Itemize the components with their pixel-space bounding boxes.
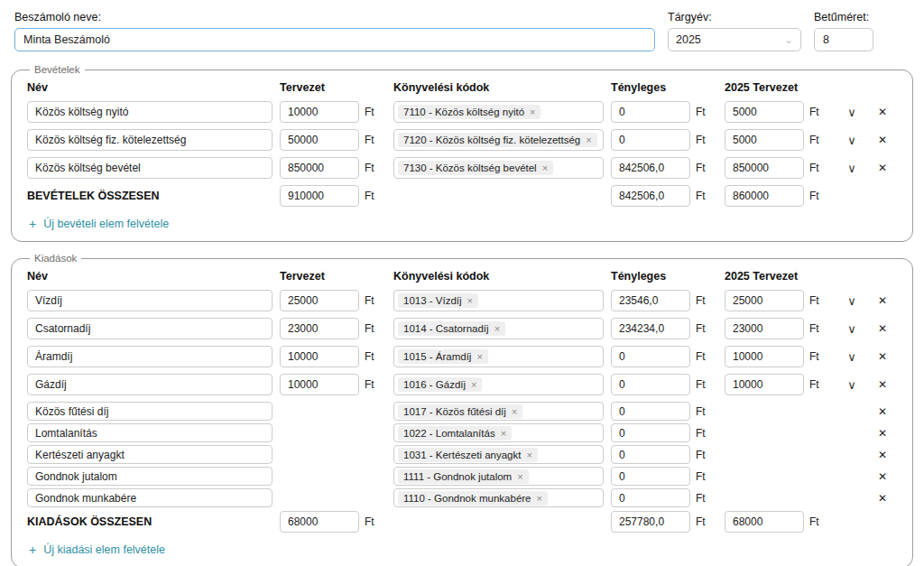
planned-input[interactable] (280, 346, 359, 367)
table-row: 1110 - Gondnok munkabére × Ft ✕ (27, 488, 897, 507)
table-row: Ft 7120 - Közös költség fiz. kötelezetts… (27, 129, 897, 151)
actual-input[interactable] (611, 445, 690, 464)
next-planned-input[interactable] (725, 374, 804, 395)
planned-input[interactable] (280, 318, 359, 339)
codes-multiselect[interactable]: 1017 - Közös fűtési díj × (393, 402, 604, 421)
next-planned-cell: Ft (725, 101, 831, 123)
actual-input[interactable] (611, 402, 690, 421)
remove-code-icon[interactable]: × (494, 323, 500, 334)
planned-input[interactable] (280, 290, 359, 311)
chevron-down-icon[interactable]: ∨ (838, 294, 865, 308)
remove-row-icon[interactable]: ✕ (873, 492, 892, 505)
chevron-down-icon[interactable]: ∨ (838, 322, 865, 336)
codes-multiselect[interactable]: 7120 - Közös költség fiz. kötelezettség … (393, 129, 604, 151)
actual-input[interactable] (611, 318, 690, 339)
actual-input[interactable] (611, 101, 690, 123)
next-planned-input[interactable] (725, 101, 804, 123)
codes-multiselect[interactable]: 7130 - Közös költség bevétel × (393, 157, 604, 179)
codes-multiselect[interactable]: 1014 - Csatornadíj × (393, 318, 604, 339)
remove-row-icon[interactable]: ✕ (873, 294, 892, 307)
remove-row-icon[interactable]: ✕ (873, 350, 892, 363)
next-planned-total-input[interactable] (725, 185, 804, 207)
codes-multiselect[interactable]: 1016 - Gázdíj × (393, 374, 604, 395)
actual-input[interactable] (611, 488, 690, 507)
remove-code-icon[interactable]: × (517, 471, 522, 482)
actual-input[interactable] (611, 290, 690, 311)
actual-cell: Ft (611, 346, 717, 367)
next-planned-input[interactable] (725, 290, 804, 311)
actual-input[interactable] (611, 467, 690, 486)
chevron-down-icon[interactable]: ∨ (838, 378, 865, 392)
codes-multiselect[interactable]: 1031 - Kertészeti anyagkt × (393, 445, 604, 464)
actual-total-input[interactable] (611, 511, 690, 533)
planned-total-input[interactable] (280, 511, 359, 533)
remove-row-icon[interactable]: ✕ (873, 427, 892, 440)
remove-row-icon[interactable]: ✕ (873, 378, 892, 391)
font-size-input[interactable] (814, 28, 873, 51)
planned-input[interactable] (280, 101, 359, 123)
remove-code-icon[interactable]: × (501, 428, 506, 439)
next-planned-input[interactable] (725, 346, 804, 367)
remove-code-icon[interactable]: × (471, 379, 476, 390)
codes-multiselect[interactable]: 1110 - Gondnok munkabére × (393, 488, 604, 507)
add-revenue-row-button[interactable]: + Új bevételi elem felvétele (29, 217, 169, 231)
codes-multiselect[interactable]: 1015 - Áramdíj × (393, 346, 604, 367)
report-name-input[interactable] (14, 28, 655, 51)
chevron-down-icon[interactable]: ∨ (838, 106, 865, 119)
planned-cell: Ft (280, 101, 386, 123)
totals-row: KIADÁSOK ÖSSZESEN Ft Ft Ft (27, 511, 897, 533)
row-name-input[interactable] (27, 129, 273, 151)
actual-input[interactable] (611, 157, 690, 179)
next-planned-total-input[interactable] (725, 511, 804, 533)
row-name-input[interactable] (27, 402, 273, 421)
remove-row-icon[interactable]: ✕ (873, 134, 892, 146)
planned-input[interactable] (280, 374, 359, 395)
remove-row-icon[interactable]: ✕ (873, 405, 892, 418)
code-tag: 1014 - Csatornadíj × (398, 321, 505, 336)
remove-code-icon[interactable]: × (467, 295, 473, 306)
remove-code-icon[interactable]: × (512, 406, 517, 417)
add-expense-row-button[interactable]: + Új kiadási elem felvétele (29, 543, 165, 557)
row-name-input[interactable] (27, 445, 273, 464)
remove-row-icon[interactable]: ✕ (873, 470, 892, 483)
row-name-input[interactable] (27, 318, 273, 339)
chevron-down-icon[interactable]: ∨ (838, 350, 865, 364)
actual-input[interactable] (611, 346, 690, 367)
remove-row-icon[interactable]: ✕ (873, 106, 892, 118)
codes-multiselect[interactable]: 1022 - Lomtalanítás × (393, 423, 604, 442)
remove-code-icon[interactable]: × (542, 162, 548, 173)
row-name-input[interactable] (27, 467, 273, 486)
planned-input[interactable] (280, 157, 359, 179)
remove-code-icon[interactable]: × (586, 135, 591, 145)
remove-row-icon[interactable]: ✕ (873, 322, 892, 335)
codes-multiselect[interactable]: 1111 - Gondnok jutalom × (393, 467, 604, 486)
row-name-input[interactable] (27, 101, 273, 123)
next-planned-input[interactable] (725, 157, 804, 179)
codes-multiselect[interactable]: 1013 - Vízdíj × (393, 290, 604, 311)
actual-input[interactable] (611, 129, 690, 151)
row-name-input[interactable] (27, 157, 273, 179)
planned-input[interactable] (280, 129, 359, 151)
remove-code-icon[interactable]: × (537, 493, 542, 504)
remove-code-icon[interactable]: × (476, 351, 482, 362)
next-planned-input[interactable] (725, 129, 804, 151)
remove-row-icon[interactable]: ✕ (873, 162, 892, 174)
target-year-select[interactable]: 2025 ⌄ (668, 28, 801, 51)
row-name-input[interactable] (27, 488, 273, 507)
actual-total-input[interactable] (611, 185, 690, 207)
row-name-input[interactable] (27, 346, 273, 367)
next-planned-input[interactable] (725, 318, 804, 339)
remove-row-icon[interactable]: ✕ (873, 449, 892, 461)
chevron-down-icon[interactable]: ∨ (838, 134, 865, 147)
row-name-input[interactable] (27, 290, 273, 311)
row-name-input[interactable] (27, 374, 273, 395)
remove-code-icon[interactable]: × (526, 450, 531, 460)
chevron-down-icon[interactable]: ∨ (838, 162, 865, 175)
planned-total-input[interactable] (280, 185, 359, 207)
codes-multiselect[interactable]: 7110 - Közös költség nyitó × (393, 101, 604, 123)
actual-input[interactable] (611, 423, 690, 442)
row-name-input[interactable] (27, 423, 273, 442)
actual-input[interactable] (611, 374, 690, 395)
currency-label: Ft (696, 350, 706, 363)
remove-code-icon[interactable]: × (530, 107, 535, 117)
